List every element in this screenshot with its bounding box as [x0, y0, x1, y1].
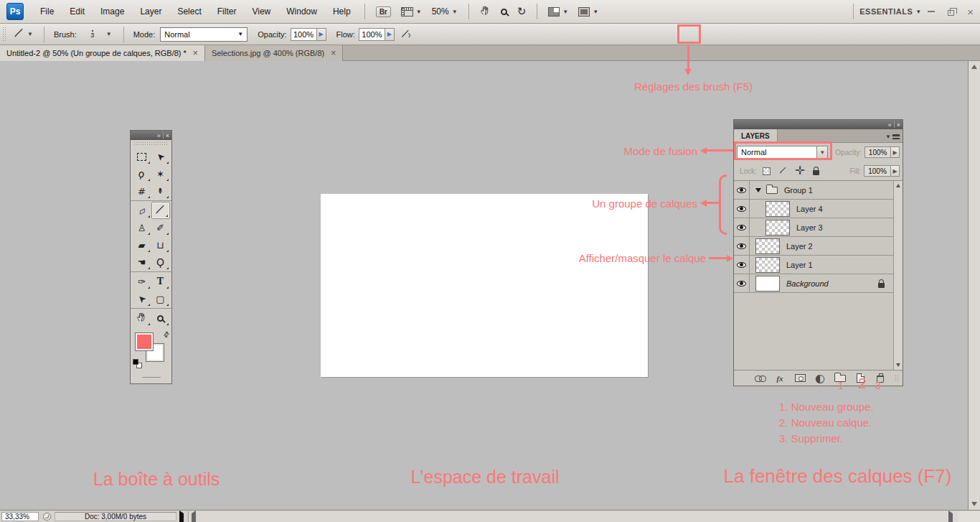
magic-wand-tool[interactable]: ✶	[151, 165, 170, 182]
close-tab-icon[interactable]: ×	[331, 49, 336, 57]
workspace-switcher[interactable]: ESSENTIALS	[859, 7, 913, 16]
close-panel-icon[interactable]: ×	[166, 132, 169, 139]
minimize-button[interactable]	[928, 11, 935, 12]
close-tab-icon[interactable]: ×	[193, 49, 198, 57]
layer-thumbnail[interactable]	[755, 276, 780, 292]
history-brush-tool[interactable]: ✐	[151, 219, 170, 236]
menu-layer[interactable]: Layer	[132, 0, 169, 23]
view-extras-button[interactable]: ▼	[401, 7, 422, 17]
screen-mode-button[interactable]: ▼	[578, 7, 598, 17]
spot-healing-brush-tool[interactable]: ▱	[133, 202, 151, 219]
rounded-rectangle-tool[interactable]: ▢	[151, 290, 170, 307]
canvas[interactable]	[321, 194, 648, 377]
menu-select[interactable]: Select	[169, 0, 209, 23]
layer-thumbnail[interactable]	[755, 238, 780, 254]
zoom-tool[interactable]	[151, 309, 170, 327]
fill-slider-button[interactable]: ▶	[891, 165, 900, 177]
rotate-view-button[interactable]: ↻	[517, 6, 527, 17]
zoom-level-button[interactable]: 50% ▼	[432, 6, 458, 17]
flow-input[interactable]: 100%	[359, 28, 385, 41]
new-layer-button[interactable]	[854, 372, 866, 385]
status-flyout-button[interactable]	[179, 513, 184, 522]
drag-grip[interactable]	[2, 27, 6, 42]
restore-button[interactable]	[948, 8, 954, 16]
default-colors-icon[interactable]	[133, 359, 142, 368]
scroll-up-button[interactable]	[970, 62, 979, 71]
eyedropper-tool[interactable]: ✒	[151, 182, 170, 200]
blend-mode-select[interactable]: Normal ▼	[737, 146, 828, 159]
layers-scrollbar[interactable]	[893, 181, 903, 370]
document-tab[interactable]: Selections.jpg @ 400% (RGB/8)×	[205, 45, 343, 61]
type-tool[interactable]: T	[151, 273, 170, 290]
collapse-panel-icon[interactable]: »	[157, 132, 161, 139]
crop-tool[interactable]: #	[133, 182, 151, 200]
resize-grip[interactable]	[895, 375, 898, 381]
swap-colors-icon[interactable]: ⇄	[161, 330, 171, 339]
document-tab[interactable]: Untitled-2 @ 50% (Un groupe de calques, …	[0, 45, 205, 61]
hand-tool-button[interactable]	[480, 5, 491, 19]
scroll-up-icon[interactable]	[896, 184, 900, 187]
close-panel-icon[interactable]: ×	[897, 121, 900, 129]
drag-grip[interactable]	[133, 141, 169, 146]
vertical-scrollbar[interactable]	[968, 61, 980, 510]
lock-image-button[interactable]	[778, 164, 789, 177]
brush-tool-preset[interactable]: ▼	[14, 27, 33, 41]
layer-thumbnail[interactable]	[765, 220, 790, 236]
layer-row-layer-3[interactable]: Layer 3	[734, 218, 893, 237]
dodge-tool[interactable]: Ϙ	[151, 253, 170, 271]
visibility-toggle[interactable]	[734, 200, 750, 218]
layer-row-background[interactable]: Background	[734, 274, 893, 293]
scroll-right-button[interactable]	[948, 513, 953, 522]
rectangular-marquee-tool[interactable]	[133, 148, 151, 165]
menu-file[interactable]: File	[32, 0, 62, 23]
adjustment-layer-button[interactable]: ◐	[814, 372, 826, 385]
lock-all-button[interactable]	[811, 164, 822, 177]
visibility-toggle[interactable]	[734, 181, 750, 199]
layer-row-group-1[interactable]: Group 1	[734, 181, 893, 200]
airbrush-toggle[interactable]	[400, 29, 411, 39]
menu-help[interactable]: Help	[325, 0, 359, 23]
delete-button[interactable]	[875, 372, 886, 385]
expand-triangle-icon[interactable]	[755, 188, 761, 192]
close-button[interactable]: ×	[967, 6, 974, 17]
layer-thumbnail[interactable]	[755, 257, 780, 273]
paint-bucket-tool[interactable]: ⊔	[151, 236, 170, 253]
smudge-tool[interactable]: ☚	[133, 253, 151, 271]
foreground-color-swatch[interactable]	[135, 332, 154, 351]
brush-tool[interactable]	[151, 202, 170, 219]
layer-row-layer-2[interactable]: Layer 2	[734, 237, 893, 256]
clone-stamp-tool[interactable]: ♙	[133, 219, 151, 236]
lasso-tool[interactable]: ϙ	[133, 165, 151, 182]
layer-fill-input[interactable]: 100%	[864, 165, 891, 177]
zoom-tool-button[interactable]	[501, 9, 507, 15]
visibility-toggle[interactable]	[734, 274, 750, 292]
scroll-down-icon[interactable]	[896, 363, 900, 367]
bridge-button[interactable]: Br	[376, 6, 391, 17]
menu-image[interactable]: Image	[93, 0, 132, 23]
opacity-input[interactable]: 100%	[291, 28, 317, 41]
horizontal-scrollbar[interactable]	[188, 511, 958, 522]
layer-row-layer-4[interactable]: Layer 4	[734, 200, 893, 218]
menu-filter[interactable]: Filter	[209, 0, 245, 23]
layer-style-button[interactable]: fx	[774, 372, 786, 385]
status-zoom-input[interactable]: 33,33%	[1, 512, 39, 521]
menu-window[interactable]: Window	[278, 0, 325, 23]
pen-tool[interactable]: ✑	[133, 273, 151, 290]
layer-row-layer-1[interactable]: Layer 1	[734, 256, 893, 274]
scroll-down-button[interactable]	[970, 500, 979, 508]
menu-edit[interactable]: Edit	[62, 0, 93, 23]
menu-view[interactable]: View	[244, 0, 278, 23]
collapse-panel-icon[interactable]: «	[888, 121, 892, 129]
link-button[interactable]	[754, 372, 765, 385]
layer-opacity-input[interactable]: 100%	[864, 146, 891, 158]
new-group-button[interactable]	[834, 372, 846, 385]
visibility-toggle[interactable]	[734, 256, 750, 274]
path-selection-tool[interactable]: ➤	[133, 290, 151, 307]
lock-transparency-button[interactable]	[761, 164, 773, 177]
arrange-documents-button[interactable]: ▼	[548, 7, 568, 17]
eraser-tool[interactable]: ▰	[133, 236, 151, 253]
brush-size-preview[interactable]: 3	[85, 30, 100, 39]
mode-select[interactable]: Normal ▼	[160, 27, 248, 42]
lock-position-button[interactable]: ✛	[794, 164, 806, 177]
app-logo[interactable]: Ps	[6, 3, 24, 20]
